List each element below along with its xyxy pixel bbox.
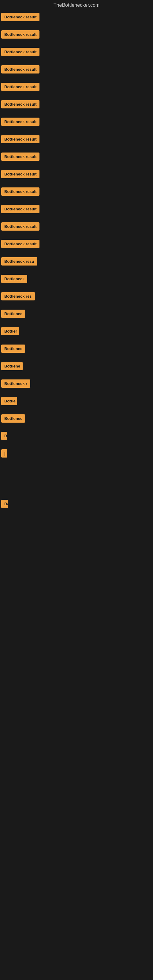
bottleneck-badge[interactable]: Bottleneck result [1,170,40,178]
list-item: Bottlenec [1,309,152,320]
list-item [1,516,152,522]
bottleneck-badge[interactable]: Bottleneck result [1,100,40,108]
bottleneck-badge[interactable]: Bottle [1,397,17,405]
list-item: Bottle [1,396,152,407]
list-item: Bottleneck result [1,151,152,163]
bottleneck-badge[interactable]: Bottleneck result [1,153,40,161]
bottleneck-badge[interactable]: Bottleneck result [1,30,40,38]
bottleneck-badge[interactable]: Bottleneck result [1,222,40,231]
bottleneck-badge[interactable]: Bottleneck r [1,379,30,388]
list-item: Bottlenec [1,413,152,425]
bottleneck-badge[interactable]: Bottleneck result [1,83,40,91]
bottleneck-badge[interactable]: Bottleneck res [1,292,35,301]
bottleneck-badge[interactable]: Bottleneck result [1,118,40,126]
bottleneck-badge[interactable]: Bottleneck resu [1,257,37,266]
list-item: Bottleneck result [1,239,152,250]
list-item: Bottleneck resu [1,256,152,268]
list-item: Bottlene [1,361,152,373]
list-item: Bo [1,499,152,511]
list-item: Bottleneck result [1,204,152,216]
list-item: Bottleneck result [1,64,152,76]
bottleneck-badge[interactable]: Bottleneck result [1,240,40,248]
list-item: B [1,431,152,442]
list-item: | [1,448,152,460]
list-item: Bottleneck result [1,12,152,24]
bottleneck-badge[interactable]: Bottler [1,327,19,335]
bottleneck-badge[interactable]: Bottleneck result [1,205,40,213]
list-item [1,549,152,555]
bottleneck-badge[interactable]: Bottleneck result [1,65,40,73]
list-item: Bottlenec [1,343,152,355]
list-item: Bottleneck result [1,46,152,59]
bottleneck-badge[interactable]: Bottleneck result [1,13,40,21]
list-item: Bottleneck result [1,186,152,198]
bottleneck-badge[interactable]: Bottleneck [1,275,27,283]
list-item: Bottleneck [1,274,152,285]
bottleneck-badge[interactable]: Bottlenec [1,345,25,353]
bottleneck-badge[interactable]: Bo [1,500,8,508]
list-item [1,477,152,482]
bottleneck-badge[interactable]: Bottleneck result [1,188,40,196]
items-container: Bottleneck resultBottleneck resultBottle… [0,12,153,555]
list-item: Bottleneck result [1,116,152,128]
list-item [1,466,152,471]
list-item: Bottleneck result [1,29,152,41]
list-item: Bottleneck result [1,134,152,146]
list-item [1,538,152,544]
bottleneck-badge[interactable]: Bottleneck result [1,48,40,56]
list-item: Bottleneck res [1,291,152,303]
list-item [1,527,152,533]
list-item: Bottleneck result [1,169,152,181]
bottleneck-badge[interactable]: Bottleneck result [1,135,40,143]
bottleneck-badge: | [1,449,7,458]
list-item: Bottler [1,326,152,338]
site-title: TheBottlenecker.com [0,0,153,12]
list-item: Bottleneck r [1,378,152,390]
list-item: Bottleneck result [1,221,152,233]
list-item: Bottleneck result [1,81,152,94]
bottleneck-badge[interactable]: B [1,432,7,440]
bottleneck-badge[interactable]: Bottlene [1,362,22,370]
list-item: Bottleneck result [1,99,152,111]
list-item [1,488,152,493]
bottleneck-badge[interactable]: Bottlenec [1,310,25,318]
bottleneck-badge[interactable]: Bottlenec [1,414,25,423]
